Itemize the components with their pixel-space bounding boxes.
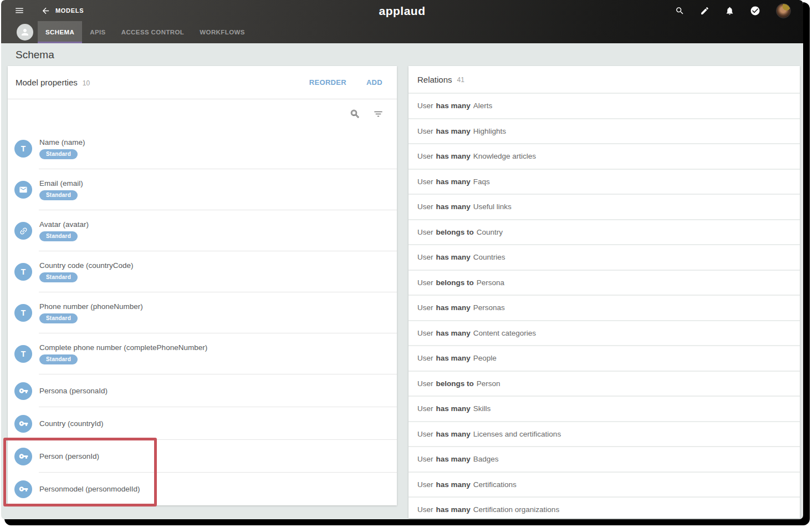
property-row[interactable]: Personmodel (personmodelId) (8, 473, 397, 505)
filter-list-icon[interactable] (373, 109, 384, 119)
relation-verb: has many (436, 480, 471, 489)
relations-count: 41 (457, 76, 464, 84)
model-properties-title: Model properties (16, 78, 78, 87)
property-row[interactable]: Country code (countryCode) Standard (8, 251, 397, 292)
text-icon (14, 304, 32, 322)
relation-object: Highlights (473, 127, 506, 135)
relation-verb: belongs to (436, 278, 474, 287)
relation-verb: belongs to (436, 379, 474, 388)
notifications-bell-icon[interactable] (725, 6, 734, 16)
model-avatar-icon[interactable] (17, 24, 33, 40)
relation-subject: User (417, 152, 433, 160)
relation-row[interactable]: Userhas manyLicenses and certifications (408, 422, 800, 448)
text-icon (14, 140, 32, 158)
standard-badge: Standard (39, 272, 78, 282)
relation-row[interactable]: Userhas manyUseful links (408, 195, 800, 220)
relation-object: Certifications (473, 480, 517, 489)
property-title: Persona (personaId) (39, 387, 108, 395)
property-row[interactable]: Country (countryId) (8, 407, 397, 440)
relation-row[interactable]: Userhas manyCountries (408, 245, 800, 271)
property-row[interactable]: Avatar (avatar) Standard (8, 210, 397, 251)
back-label[interactable]: MODELS (55, 7, 84, 14)
property-row[interactable]: Email (email) Standard (8, 169, 397, 210)
relation-object: Licenses and certifications (473, 430, 561, 438)
relation-object: Country (477, 228, 503, 236)
relation-subject: User (417, 278, 433, 287)
relation-row[interactable]: Userhas manyAlerts (408, 94, 800, 119)
relation-subject: User (417, 404, 433, 413)
relation-object: Skills (473, 404, 491, 413)
property-row[interactable]: Person (personId) (8, 440, 397, 473)
property-title: Complete phone number (completePhoneNumb… (39, 343, 207, 352)
text-icon (14, 263, 32, 281)
relation-row[interactable]: Userhas manyFaqs (408, 170, 800, 195)
tab-schema[interactable]: SCHEMA (38, 21, 82, 43)
relation-object: Person (477, 379, 501, 388)
tab-apis[interactable]: APIS (82, 21, 113, 43)
search-icon[interactable] (675, 6, 685, 16)
relation-row[interactable]: Userhas manyKnowledge articles (408, 144, 800, 170)
relation-object: Countries (473, 253, 505, 261)
relation-subject: User (417, 178, 433, 186)
edit-pencil-icon[interactable] (700, 6, 709, 16)
model-properties-header: Model properties 10 REORDER ADD (8, 66, 397, 99)
applaud-logo: applaud (379, 4, 425, 18)
relation-row[interactable]: Userhas manyHighlights (408, 119, 800, 145)
reorder-button[interactable]: REORDER (309, 78, 346, 87)
property-row[interactable]: Name (name) Standard (8, 128, 397, 169)
back-arrow-icon[interactable] (41, 6, 50, 16)
app-bar-actions (675, 0, 791, 21)
key-icon (14, 415, 32, 433)
menu-icon[interactable] (14, 6, 24, 16)
screenshot-frame: MODELS applaud (0, 0, 812, 527)
tab-workflows[interactable]: WORKFLOWS (192, 21, 253, 43)
relation-object: Alerts (473, 102, 493, 110)
relation-object: Personas (473, 303, 505, 312)
relation-row[interactable]: Userbelongs toPerson (408, 372, 800, 397)
relation-row[interactable]: Userbelongs toCountry (408, 220, 800, 246)
relation-verb: has many (436, 178, 471, 186)
link-icon (14, 222, 32, 240)
relation-object: Faqs (473, 178, 490, 186)
property-row[interactable]: Complete phone number (completePhoneNumb… (8, 333, 397, 374)
add-button[interactable]: ADD (366, 78, 382, 87)
property-title: Phone number (phoneNumber) (39, 302, 143, 311)
property-title: Person (personId) (39, 452, 99, 460)
relation-subject: User (417, 228, 433, 236)
relation-verb: has many (436, 505, 471, 514)
relation-row[interactable]: Userbelongs toPersona (408, 271, 800, 296)
relation-subject: User (417, 505, 433, 514)
user-avatar[interactable] (776, 3, 791, 18)
relation-subject: User (417, 253, 433, 261)
relation-subject: User (417, 303, 433, 312)
relation-object: Persona (477, 278, 504, 287)
relation-row[interactable]: Userhas manyPeople (408, 346, 800, 372)
standard-badge: Standard (39, 313, 78, 323)
relation-verb: belongs to (436, 228, 474, 236)
check-circle-icon[interactable] (750, 6, 760, 16)
key-icon (14, 480, 32, 498)
relation-row[interactable]: Userhas manyContent categories (408, 321, 800, 347)
relation-row[interactable]: Userhas manyPersonas (408, 296, 800, 321)
relation-row[interactable]: Userhas manyCertification organizations (408, 498, 800, 518)
relation-row[interactable]: Userhas manyBadges (408, 447, 800, 473)
tab-access-control[interactable]: ACCESS CONTROL (114, 21, 192, 43)
page-title: Schema (16, 49, 803, 61)
relations-header: Relations 41 (408, 66, 800, 94)
text-icon (14, 345, 32, 363)
relation-object: Content categories (473, 329, 536, 337)
property-row[interactable]: Persona (personaId) (8, 374, 397, 407)
relation-row[interactable]: Userhas manySkills (408, 397, 800, 422)
relation-row[interactable]: Userhas manyCertifications (408, 473, 800, 498)
model-tab-bar: SCHEMA APIS ACCESS CONTROL WORKFLOWS (1, 21, 803, 43)
relation-object: Badges (473, 455, 499, 463)
properties-search-icon[interactable] (350, 109, 360, 119)
key-icon (14, 382, 32, 400)
email-icon (14, 181, 32, 199)
relation-subject: User (417, 430, 433, 438)
property-row[interactable]: Phone number (phoneNumber) Standard (8, 292, 397, 333)
relation-object: Useful links (473, 202, 512, 211)
relation-subject: User (417, 354, 433, 362)
relation-verb: has many (436, 354, 471, 362)
back-navigation[interactable]: MODELS (41, 6, 84, 16)
